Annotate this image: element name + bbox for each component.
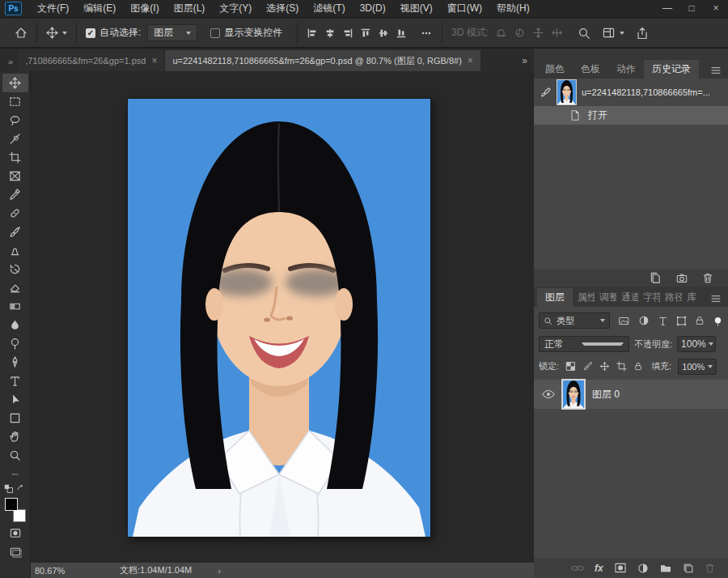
eraser-tool[interactable] bbox=[2, 278, 28, 297]
layer-visibility-toggle[interactable] bbox=[542, 389, 555, 399]
document-canvas-id-photo[interactable] bbox=[128, 99, 430, 537]
menu-layer[interactable]: 图层(L) bbox=[167, 0, 213, 18]
crop-tool[interactable] bbox=[2, 148, 28, 167]
rectangular-marquee-tool[interactable] bbox=[2, 92, 28, 111]
close-icon[interactable]: × bbox=[151, 55, 157, 66]
panel-menu-button[interactable] bbox=[710, 66, 722, 79]
new-layer-button[interactable] bbox=[683, 563, 694, 574]
close-button[interactable]: × bbox=[704, 0, 728, 18]
filter-pixel-layers-button[interactable] bbox=[618, 316, 630, 326]
layer-filter-type-dropdown[interactable]: 类型 bbox=[539, 312, 610, 329]
canvas-pasteboard[interactable] bbox=[31, 71, 534, 563]
edit-toolbar-button[interactable] bbox=[2, 465, 28, 483]
history-source-row[interactable]: u=2241482118,710866665fm=... bbox=[534, 79, 728, 106]
dodge-tool[interactable] bbox=[2, 334, 28, 353]
tab-layers[interactable]: 图层 bbox=[537, 288, 573, 307]
align-right-button[interactable] bbox=[339, 28, 357, 39]
add-layer-mask-button[interactable] bbox=[614, 563, 627, 573]
panel-menu-button[interactable] bbox=[710, 295, 722, 307]
menu-window[interactable]: 窗口(W) bbox=[440, 0, 489, 18]
document-tab-1[interactable]: ,710866665&fm=26&gp=1.psd × bbox=[18, 50, 165, 71]
zoom-level-field[interactable]: 80.67% bbox=[31, 566, 89, 576]
show-transform-checkbox[interactable]: 显示变换控件 bbox=[207, 26, 286, 40]
fill-dropdown[interactable]: 100% bbox=[678, 359, 717, 375]
align-center-h-button[interactable] bbox=[321, 28, 339, 39]
menu-image[interactable]: 图像(I) bbox=[123, 0, 166, 18]
tab-paths[interactable]: 路径 bbox=[660, 288, 682, 307]
menu-view[interactable]: 视图(V) bbox=[393, 0, 440, 18]
menu-edit[interactable]: 编辑(E) bbox=[76, 0, 123, 18]
spot-healing-brush-tool[interactable] bbox=[2, 204, 28, 223]
quick-mask-mode-button[interactable] bbox=[2, 524, 28, 542]
auto-select-checkbox[interactable]: ✓ 自动选择: bbox=[83, 26, 144, 40]
foreground-background-colors[interactable] bbox=[5, 498, 26, 522]
filter-smart-objects-button[interactable] bbox=[695, 315, 705, 326]
status-options-chevron[interactable]: › bbox=[218, 566, 221, 576]
lock-transparent-pixels-button[interactable] bbox=[565, 361, 576, 372]
menu-select[interactable]: 选择(S) bbox=[259, 0, 306, 18]
menu-filter[interactable]: 滤镜(T) bbox=[306, 0, 352, 18]
filter-type-layers-button[interactable] bbox=[658, 316, 668, 326]
tab-libraries[interactable]: 库 bbox=[682, 288, 701, 307]
new-document-from-state-button[interactable] bbox=[650, 272, 662, 284]
tab-color[interactable]: 颜色 bbox=[537, 60, 573, 79]
workspace-switcher[interactable] bbox=[599, 27, 628, 39]
layer-row-0[interactable]: 图层 0 bbox=[534, 380, 728, 409]
lasso-tool[interactable] bbox=[2, 111, 28, 130]
tab-character[interactable]: 字符 bbox=[638, 288, 660, 307]
background-color-swatch[interactable] bbox=[13, 509, 26, 522]
align-top-button[interactable] bbox=[357, 28, 375, 39]
more-align-options-button[interactable] bbox=[417, 28, 436, 39]
layer-name[interactable]: 图层 0 bbox=[592, 388, 620, 402]
history-brush-tool[interactable] bbox=[2, 260, 28, 278]
default-swap-colors[interactable] bbox=[4, 483, 26, 495]
move-tool-preset[interactable] bbox=[43, 27, 70, 39]
foreground-color-swatch[interactable] bbox=[5, 498, 18, 511]
align-middle-v-button[interactable] bbox=[375, 28, 392, 39]
document-tab-2-active[interactable]: u=2241482118,710866665&fm=26&gp=0.psd @ … bbox=[165, 50, 480, 71]
brush-tool[interactable] bbox=[2, 223, 28, 241]
close-icon[interactable]: × bbox=[468, 55, 473, 66]
share-image-button[interactable] bbox=[633, 27, 652, 40]
frame-tool[interactable] bbox=[2, 167, 28, 185]
search-button[interactable] bbox=[574, 27, 594, 40]
tab-actions[interactable]: 动作 bbox=[608, 60, 644, 79]
align-left-button[interactable] bbox=[303, 28, 321, 39]
link-layers-button[interactable] bbox=[571, 564, 584, 572]
gradient-tool[interactable] bbox=[2, 297, 28, 316]
path-selection-tool[interactable] bbox=[2, 390, 28, 409]
tab-adjustments[interactable]: 调整 bbox=[595, 288, 616, 307]
menu-help[interactable]: 帮助(H) bbox=[489, 0, 537, 18]
filter-shape-layers-button[interactable] bbox=[676, 316, 687, 326]
move-tool[interactable] bbox=[2, 74, 28, 92]
menu-file[interactable]: 文件(F) bbox=[30, 0, 76, 18]
new-adjustment-layer-button[interactable] bbox=[637, 563, 649, 574]
lock-all-button[interactable] bbox=[633, 361, 643, 372]
type-tool[interactable] bbox=[2, 372, 28, 390]
history-step-open[interactable]: 打开 bbox=[534, 106, 728, 125]
layer-filter-toggle[interactable] bbox=[713, 316, 723, 326]
pen-tool[interactable] bbox=[2, 353, 28, 372]
lock-position-button[interactable] bbox=[599, 361, 610, 372]
auto-select-target-dropdown[interactable]: 图层 bbox=[147, 24, 197, 41]
zoom-tool[interactable] bbox=[2, 446, 28, 465]
layer-thumbnail[interactable] bbox=[563, 380, 584, 408]
menu-type[interactable]: 文字(Y) bbox=[212, 0, 259, 18]
layer-style-button[interactable]: fx bbox=[595, 563, 603, 574]
lock-image-pixels-button[interactable] bbox=[582, 361, 593, 372]
opacity-dropdown[interactable]: 100% bbox=[677, 336, 716, 352]
clone-stamp-tool[interactable] bbox=[2, 241, 28, 260]
align-bottom-button[interactable] bbox=[392, 28, 410, 39]
new-snapshot-button[interactable] bbox=[675, 273, 688, 284]
tab-swatches[interactable]: 色板 bbox=[573, 60, 608, 79]
lock-artboard-button[interactable] bbox=[616, 361, 627, 372]
hidden-tabs-right-button[interactable]: » bbox=[515, 55, 534, 71]
eyedropper-tool[interactable] bbox=[2, 185, 28, 204]
screen-mode-button[interactable] bbox=[2, 542, 28, 561]
maximize-button[interactable]: □ bbox=[679, 0, 704, 18]
tab-properties[interactable]: 属性 bbox=[573, 288, 595, 307]
tab-history[interactable]: 历史记录 bbox=[644, 60, 699, 79]
rectangle-tool[interactable] bbox=[2, 409, 28, 427]
new-group-button[interactable] bbox=[659, 563, 672, 573]
filter-adjustment-layers-button[interactable] bbox=[638, 315, 650, 326]
